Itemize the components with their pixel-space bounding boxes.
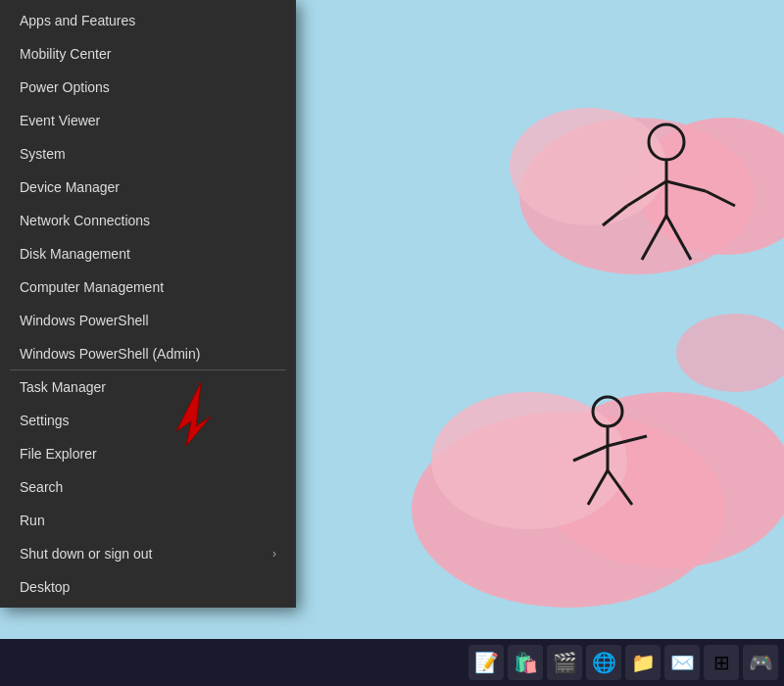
menu-item-shut-down[interactable]: Shut down or sign out›: [0, 537, 296, 570]
menu-item-task-manager[interactable]: Task Manager: [0, 370, 296, 404]
menu-item-apps-features[interactable]: Apps and Features: [0, 4, 296, 37]
menu-item-label-shut-down: Shut down or sign out: [20, 546, 152, 562]
taskbar-icon-grid[interactable]: ⊞: [704, 645, 739, 680]
taskbar-icon-folder[interactable]: 📁: [625, 645, 661, 680]
svg-point-2: [431, 392, 627, 529]
menu-item-label-apps-features: Apps and Features: [20, 13, 135, 28]
menu-item-network-connections[interactable]: Network Connections: [0, 204, 296, 237]
menu-item-file-explorer[interactable]: File Explorer: [0, 437, 296, 470]
menu-item-power-options[interactable]: Power Options: [0, 71, 296, 104]
menu-item-settings[interactable]: Settings: [0, 404, 296, 437]
menu-item-label-disk-management: Disk Management: [20, 246, 130, 262]
menu-item-disk-management[interactable]: Disk Management: [0, 237, 296, 270]
menu-item-label-mobility-center: Mobility Center: [20, 46, 111, 62]
menu-item-label-task-manager: Task Manager: [20, 379, 106, 395]
menu-item-event-viewer[interactable]: Event Viewer: [0, 104, 296, 137]
menu-item-label-computer-management: Computer Management: [20, 279, 164, 295]
menu-item-computer-management[interactable]: Computer Management: [0, 270, 296, 304]
menu-item-device-manager[interactable]: Device Manager: [0, 171, 296, 204]
menu-item-label-desktop: Desktop: [20, 579, 70, 595]
menu-item-mobility-center[interactable]: Mobility Center: [0, 37, 296, 71]
menu-item-label-device-manager: Device Manager: [20, 179, 120, 195]
taskbar-icon-mail[interactable]: ✉️: [664, 645, 700, 680]
submenu-arrow-shut-down: ›: [272, 547, 276, 561]
menu-item-label-power-options: Power Options: [20, 79, 110, 95]
taskbar-icon-store[interactable]: 🛍️: [508, 645, 543, 680]
menu-item-label-search: Search: [20, 479, 63, 495]
context-menu: Apps and FeaturesMobility CenterPower Op…: [0, 0, 296, 608]
menu-item-label-network-connections: Network Connections: [20, 213, 150, 228]
taskbar: 📝🛍️🎬🌐📁✉️⊞🎮: [0, 639, 784, 686]
svg-point-6: [676, 314, 784, 392]
menu-item-desktop[interactable]: Desktop: [0, 570, 296, 604]
menu-item-windows-powershell[interactable]: Windows PowerShell: [0, 304, 296, 337]
menu-item-label-windows-powershell-admin: Windows PowerShell (Admin): [20, 346, 200, 362]
svg-point-5: [510, 108, 666, 225]
menu-item-windows-powershell-admin[interactable]: Windows PowerShell (Admin): [0, 337, 296, 370]
menu-item-label-windows-powershell: Windows PowerShell: [20, 313, 149, 328]
menu-item-run[interactable]: Run: [0, 504, 296, 537]
menu-item-label-file-explorer: File Explorer: [20, 446, 97, 462]
taskbar-icon-edge[interactable]: 🌐: [586, 645, 621, 680]
taskbar-icon-film[interactable]: 🎬: [547, 645, 582, 680]
menu-item-label-run: Run: [20, 513, 45, 528]
menu-item-label-system: System: [20, 146, 66, 162]
taskbar-icon-game[interactable]: 🎮: [743, 645, 778, 680]
menu-item-search[interactable]: Search: [0, 470, 296, 504]
taskbar-icon-notes[interactable]: 📝: [468, 645, 504, 680]
menu-item-system[interactable]: System: [0, 137, 296, 171]
menu-item-label-settings: Settings: [20, 413, 70, 428]
menu-item-label-event-viewer: Event Viewer: [20, 113, 100, 128]
